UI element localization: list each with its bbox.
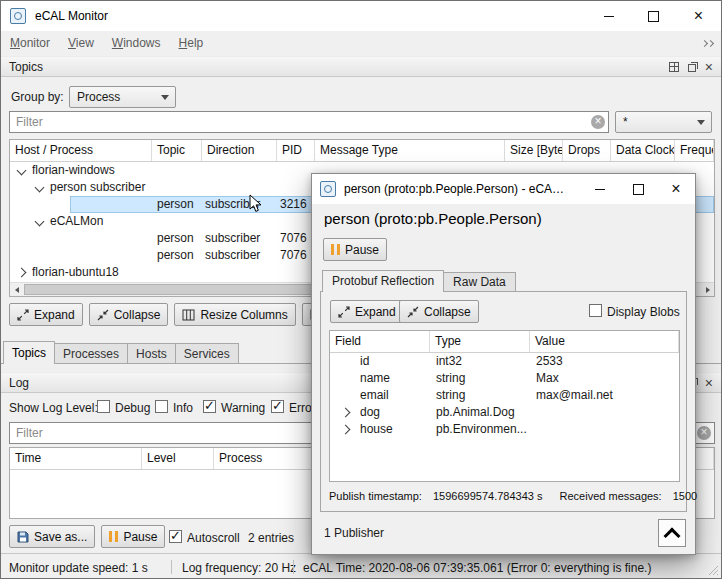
pause-label: Pause: [123, 530, 157, 544]
close-panel-icon[interactable]: [705, 62, 713, 72]
field-row[interactable]: house pb.Environmen...: [330, 421, 679, 438]
field-row[interactable]: email string max@mail.net: [330, 387, 679, 404]
scroll-top-button[interactable]: [658, 519, 686, 547]
window-title: eCAL Monitor: [35, 9, 108, 23]
log-pause-button[interactable]: Pause: [101, 525, 165, 548]
protobuf-table-header: Field Type Value: [330, 331, 679, 353]
expander-icon[interactable]: [35, 217, 45, 227]
save-as-label: Save as...: [34, 530, 87, 544]
type-cell: pb.Animal.Dog: [436, 405, 515, 420]
info-label: Info: [173, 401, 193, 415]
tab-processes[interactable]: Processes: [54, 343, 128, 364]
dialog-maximize-button[interactable]: [619, 174, 657, 204]
toolbar-extension-icon[interactable]: [702, 41, 713, 46]
collapse-button[interactable]: Collapse: [89, 303, 169, 326]
tab-topics[interactable]: Topics: [3, 341, 55, 364]
tab-protobuf-reflection[interactable]: Protobuf Reflection: [322, 270, 444, 292]
field-cell: house: [360, 422, 393, 437]
topics-panel-title: Topics: [9, 60, 43, 74]
publisher-count: 1 Publisher: [324, 526, 384, 540]
column-pid[interactable]: PID: [277, 140, 315, 161]
display-blobs-label: Display Blobs: [607, 305, 680, 319]
dialog-titlebar[interactable]: person (proto:pb.People.Person) - eCA…: [312, 174, 695, 204]
update-speed-status: Monitor update speed: 1 s: [9, 561, 148, 575]
field-cell: email: [360, 388, 389, 403]
host-label: florian-windows: [32, 163, 115, 178]
group-by-label: Group by:: [11, 90, 64, 104]
minimize-icon: [595, 189, 605, 190]
clear-filter-icon[interactable]: [697, 426, 711, 440]
field-row[interactable]: name string Max: [330, 370, 679, 387]
save-as-button[interactable]: Save as...: [9, 525, 95, 548]
maximize-button[interactable]: [631, 1, 676, 31]
status-bar: Monitor update speed: 1 s Log frequency:…: [1, 553, 721, 578]
column-value[interactable]: Value: [530, 331, 679, 352]
dock-layout-icon[interactable]: [669, 62, 679, 72]
expander-icon[interactable]: [35, 183, 45, 193]
column-data-clock[interactable]: Data Clock: [611, 140, 675, 161]
chevron-up-icon: [664, 527, 681, 544]
tab-hosts[interactable]: Hosts: [127, 343, 176, 364]
column-message-type[interactable]: Message Type: [315, 140, 505, 161]
topics-filter-input[interactable]: [9, 111, 609, 133]
scroll-right-icon[interactable]: [701, 283, 714, 296]
field-row[interactable]: id int32 2533: [330, 353, 679, 370]
expander-icon[interactable]: [341, 425, 351, 435]
column-drops[interactable]: Drops: [563, 140, 611, 161]
autoscroll-label: Autoscroll: [187, 531, 240, 545]
collapse-label: Collapse: [424, 305, 471, 319]
dialog-close-button[interactable]: [657, 174, 695, 204]
tab-services[interactable]: Services: [175, 343, 239, 364]
column-field[interactable]: Field: [330, 331, 430, 352]
menu-monitor[interactable]: Monitor: [1, 31, 59, 56]
warning-label: Warning: [221, 401, 265, 415]
float-window-icon[interactable]: [688, 64, 696, 72]
info-checkbox[interactable]: [155, 400, 168, 413]
column-topic[interactable]: Topic: [152, 140, 202, 161]
close-panel-icon[interactable]: [705, 378, 713, 388]
dialog-collapse-button[interactable]: Collapse: [399, 300, 479, 323]
menu-windows[interactable]: Windows: [103, 31, 170, 56]
direction-cell: subscriber: [205, 197, 260, 212]
chevron-down-icon: [161, 95, 169, 100]
menu-view[interactable]: View: [59, 31, 103, 56]
received-messages-label: Received messages:: [560, 490, 662, 502]
menu-help[interactable]: Help: [170, 31, 213, 56]
column-frequency[interactable]: Frequency [: [675, 140, 714, 161]
dialog-expand-button[interactable]: Expand: [330, 300, 404, 323]
clear-filter-icon[interactable]: [591, 115, 605, 129]
close-button[interactable]: [676, 1, 721, 31]
expand-button[interactable]: Expand: [9, 303, 83, 326]
debug-checkbox[interactable]: [97, 400, 110, 413]
error-checkbox[interactable]: [271, 400, 284, 413]
expander-icon[interactable]: [341, 408, 351, 418]
expander-icon[interactable]: [17, 268, 27, 278]
resize-grip[interactable]: [707, 564, 718, 575]
field-row[interactable]: dog pb.Animal.Dog: [330, 404, 679, 421]
scroll-left-icon[interactable]: [10, 283, 23, 296]
display-blobs-checkbox[interactable]: [589, 304, 602, 317]
expander-icon[interactable]: [17, 166, 27, 176]
tab-raw-data[interactable]: Raw Data: [443, 272, 516, 292]
ecal-time-status: eCAL Time: 2020-08-06 07:39:35.061 (Erro…: [303, 561, 651, 575]
group-label: eCALMon: [50, 214, 103, 229]
direction-cell: subscriber: [205, 231, 260, 246]
menu-bar: Monitor View Windows Help: [1, 31, 721, 56]
minimize-button[interactable]: [586, 1, 631, 31]
column-direction[interactable]: Direction: [202, 140, 277, 161]
autoscroll-checkbox[interactable]: [169, 530, 182, 543]
entries-count: 2 entries: [248, 531, 294, 545]
filter-column-select[interactable]: *: [615, 111, 712, 133]
dialog-minimize-button[interactable]: [581, 174, 619, 204]
group-by-select[interactable]: Process: [69, 86, 176, 108]
warning-checkbox[interactable]: [203, 400, 216, 413]
column-level[interactable]: Level: [142, 448, 214, 469]
topics-table-header: Host / Process Topic Direction PID Messa…: [10, 140, 714, 162]
column-host-process[interactable]: Host / Process: [10, 140, 152, 161]
column-type[interactable]: Type: [430, 331, 530, 352]
dialog-pause-button[interactable]: Pause: [323, 238, 387, 261]
column-size[interactable]: Size [Byte]: [505, 140, 563, 161]
field-cell: dog: [360, 405, 380, 420]
resize-columns-button[interactable]: Resize Columns: [174, 303, 295, 326]
column-time[interactable]: Time: [10, 448, 142, 469]
